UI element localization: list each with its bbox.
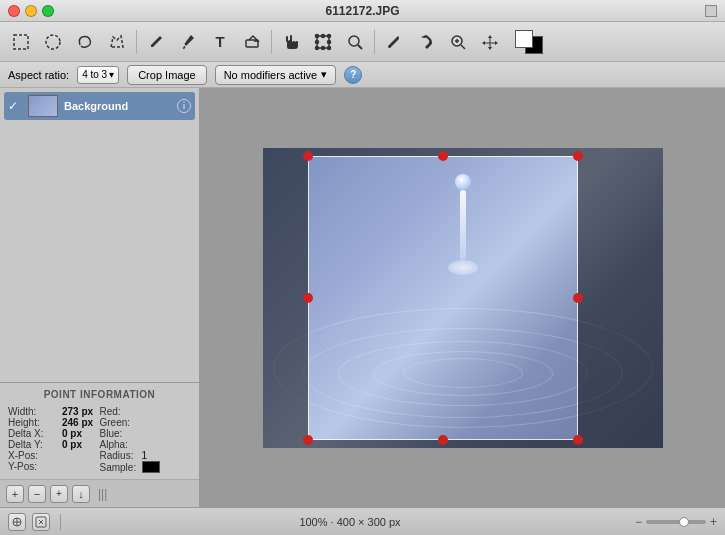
crop-handle-bottom-right[interactable] [573, 435, 583, 445]
zoom-bar-area: − + [635, 515, 717, 529]
radius-row: Radius: 1 [100, 450, 192, 461]
crop-image-button[interactable]: Crop Image [127, 65, 206, 85]
panel-separator: ||| [98, 487, 107, 501]
marquee-ellipse-tool[interactable] [38, 27, 68, 57]
maximize-button[interactable] [42, 5, 54, 17]
marquee-rect-tool[interactable] [6, 27, 36, 57]
delta-x-row: Delta X: 0 px [8, 428, 100, 439]
aspect-ratio-select[interactable]: 4 to 3 ▾ [77, 66, 119, 84]
window-title: 6112172.JPG [325, 4, 399, 18]
pencil-tool[interactable] [141, 27, 171, 57]
zoom-out-button[interactable]: − [635, 515, 642, 529]
crop-overlay[interactable] [263, 148, 663, 448]
bottom-bar: 100% · 400 × 300 px − + [0, 507, 725, 535]
svg-point-5 [328, 34, 331, 37]
close-button[interactable] [8, 5, 20, 17]
green-row: Green: [100, 417, 192, 428]
svg-point-12 [349, 36, 359, 46]
layer-thumbnail [28, 95, 58, 117]
crop-dark-bottom [263, 440, 663, 448]
crop-handle-top-middle[interactable] [438, 151, 448, 161]
zoom-status: 100% · 400 × 300 px [71, 516, 629, 528]
svg-point-9 [322, 46, 325, 49]
width-row: Width: 273 px [8, 406, 100, 417]
brush-tool[interactable] [173, 27, 203, 57]
eyedropper-tool[interactable] [379, 27, 409, 57]
layers-list: ✓ Background i [0, 88, 199, 382]
minimize-button[interactable] [25, 5, 37, 17]
layer-background[interactable]: ✓ Background i [4, 92, 195, 120]
modifier-select[interactable]: No modifiers active ▾ [215, 65, 337, 85]
help-button[interactable]: ? [344, 66, 362, 84]
add-layer-button[interactable]: + [6, 485, 24, 503]
lasso-tool[interactable] [70, 27, 100, 57]
options-bar: Aspect ratio: 4 to 3 ▾ Crop Image No mod… [0, 62, 725, 88]
crop-handle-bottom-middle[interactable] [438, 435, 448, 445]
svg-rect-0 [14, 35, 28, 49]
move-tool[interactable] [475, 27, 505, 57]
clone-stamp-tool[interactable] [340, 27, 370, 57]
zoom-in-button[interactable]: + [710, 515, 717, 529]
canvas-area [200, 88, 725, 507]
crop-dark-left [263, 156, 308, 440]
panel-bottom: + − + ↓ ||| [0, 479, 199, 507]
layer-info-button[interactable]: i [177, 99, 191, 113]
background-color[interactable] [515, 30, 533, 48]
point-info-grid: Width: 273 px Height: 246 px Delta X: 0 … [8, 406, 191, 473]
transform-tool[interactable] [308, 27, 338, 57]
pen-tool[interactable] [411, 27, 441, 57]
delta-y-row: Delta Y: 0 px [8, 439, 100, 450]
hand-tool[interactable] [276, 27, 306, 57]
remove-layer-button[interactable]: − [28, 485, 46, 503]
x-pos-row: X-Pos: [8, 450, 100, 461]
point-info-title: POINT INFORMATION [8, 389, 191, 400]
crop-handle-bottom-left[interactable] [303, 435, 313, 445]
main-toolbar: T [0, 22, 725, 62]
crop-dark-top [263, 148, 663, 156]
point-info-panel: POINT INFORMATION Width: 273 px Height: … [0, 382, 199, 479]
svg-point-11 [328, 40, 331, 43]
title-bar: 6112172.JPG [0, 0, 725, 22]
polygon-lasso-tool[interactable] [102, 27, 132, 57]
y-pos-row: Y-Pos: [8, 461, 100, 472]
zoom-slider-thumb[interactable] [679, 517, 689, 527]
zoom-tool[interactable] [443, 27, 473, 57]
window-controls[interactable] [8, 5, 54, 17]
view-fit-button[interactable] [32, 513, 50, 531]
eraser-tool[interactable] [237, 27, 267, 57]
crop-border[interactable] [308, 156, 578, 440]
crop-handle-middle-left[interactable] [303, 293, 313, 303]
svg-point-6 [316, 46, 319, 49]
height-row: Height: 246 px [8, 417, 100, 428]
zoom-slider[interactable] [646, 520, 706, 524]
svg-point-8 [322, 34, 325, 37]
sample-row: Sample: [100, 461, 192, 473]
red-row: Red: [100, 406, 192, 417]
bottom-separator-1 [60, 514, 61, 530]
save-layer-button[interactable]: ↓ [72, 485, 90, 503]
sample-swatch [142, 461, 160, 473]
main-area: ✓ Background i POINT INFORMATION Width: … [0, 88, 725, 507]
type-tool[interactable]: T [205, 27, 235, 57]
layer-name: Background [64, 100, 171, 112]
view-normal-button[interactable] [8, 513, 26, 531]
aspect-ratio-label: Aspect ratio: [8, 69, 69, 81]
image-container [263, 148, 663, 448]
svg-point-13 [388, 45, 391, 48]
crop-handle-top-right[interactable] [573, 151, 583, 161]
svg-point-10 [316, 40, 319, 43]
crop-handle-top-left[interactable] [303, 151, 313, 161]
svg-point-4 [316, 34, 319, 37]
svg-point-7 [328, 46, 331, 49]
layer-visibility-check[interactable]: ✓ [8, 99, 22, 113]
duplicate-layer-button[interactable]: + [50, 485, 68, 503]
alpha-row: Alpha: [100, 439, 192, 450]
layers-panel: ✓ Background i POINT INFORMATION Width: … [0, 88, 200, 507]
svg-point-1 [46, 35, 60, 49]
resize-grip [705, 5, 717, 17]
crop-dark-right [578, 156, 663, 440]
blue-row: Blue: [100, 428, 192, 439]
crop-handle-middle-right[interactable] [573, 293, 583, 303]
